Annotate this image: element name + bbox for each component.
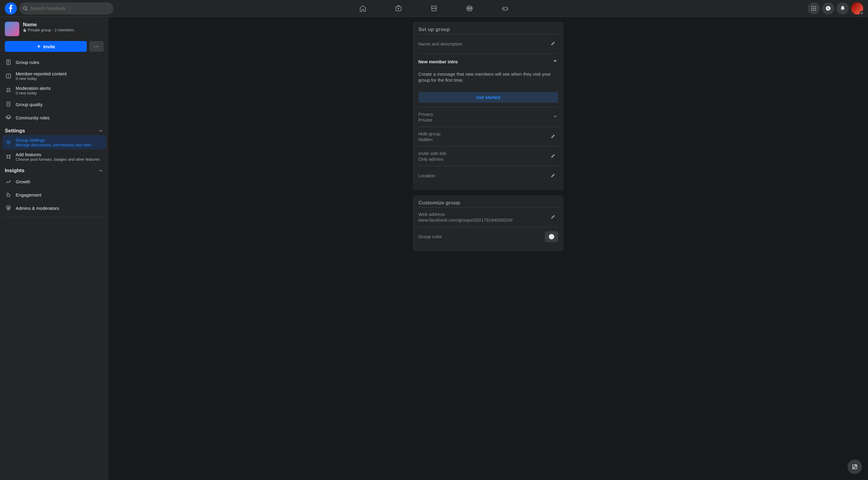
sidebar-item-community-roles[interactable]: Community roles — [2, 111, 106, 124]
svg-point-24 — [8, 90, 9, 91]
sidebar-item-group-settings[interactable]: Group settingsManage discussions, permis… — [2, 135, 106, 150]
setting-name-description[interactable]: Name and description — [418, 34, 558, 53]
setting-hide-group[interactable]: Hide group Hidden — [418, 127, 558, 146]
video-icon — [395, 5, 402, 12]
svg-point-1 — [24, 7, 27, 10]
edit-hide-group-button[interactable] — [547, 131, 558, 142]
lock-icon — [23, 28, 27, 32]
group-meta: Private group · 2 members — [23, 28, 74, 32]
svg-point-9 — [506, 8, 507, 9]
setup-title: Set up group — [418, 27, 558, 33]
account-avatar[interactable] — [851, 2, 863, 14]
more-actions-button[interactable]: ⋯ — [89, 41, 104, 52]
gear-icon — [5, 139, 12, 146]
messenger-icon — [825, 5, 831, 11]
nav-home[interactable] — [346, 0, 379, 17]
sidebar-item-moderation-alerts[interactable]: Moderation alerts0 new today — [2, 83, 106, 98]
svg-rect-20 — [24, 30, 26, 32]
svg-point-7 — [471, 7, 472, 8]
group-header[interactable]: Name Private group · 2 members — [2, 22, 106, 41]
notifications-button[interactable] — [837, 2, 849, 14]
rules-icon — [5, 59, 12, 66]
compose-icon — [852, 464, 858, 470]
svg-point-29 — [9, 157, 10, 158]
divider — [2, 217, 106, 217]
customize-title: Customize group — [418, 200, 558, 206]
insights-section-header[interactable]: Insights — [2, 164, 106, 175]
svg-point-16 — [815, 8, 816, 9]
caret-down-icon — [860, 11, 864, 15]
chevron-up-icon — [98, 168, 104, 174]
nav-video[interactable] — [382, 0, 415, 17]
settings-section-header[interactable]: Settings — [2, 124, 106, 135]
svg-point-15 — [813, 8, 814, 9]
svg-line-2 — [26, 9, 27, 10]
sidebar-item-group-quality[interactable]: Group quality — [2, 98, 106, 111]
svg-rect-8 — [502, 7, 508, 10]
nav-groups[interactable] — [453, 0, 486, 17]
top-navigation — [0, 0, 868, 17]
sidebar-item-group-rules[interactable]: Group rules — [2, 56, 106, 69]
search-icon — [23, 6, 28, 11]
invite-button[interactable]: Invite — [5, 41, 87, 52]
edit-web-address-button[interactable] — [547, 212, 558, 222]
sidebar-item-member-reported[interactable]: Member-reported content0 new today — [2, 69, 106, 83]
ellipsis-icon: ⋯ — [94, 43, 99, 50]
setting-group-color[interactable]: Group color — [418, 227, 558, 246]
chevron-down-icon[interactable] — [552, 113, 558, 121]
svg-point-14 — [812, 8, 812, 9]
svg-point-5 — [469, 7, 470, 8]
setting-privacy[interactable]: Privacy Private — [418, 107, 558, 127]
group-thumbnail — [5, 22, 19, 36]
home-icon — [359, 5, 367, 12]
setting-invite-with-link[interactable]: Invite with link Only admins — [418, 146, 558, 166]
search-input[interactable] — [30, 6, 110, 11]
nav-marketplace[interactable] — [417, 0, 451, 17]
svg-point-11 — [812, 6, 812, 7]
growth-icon — [5, 178, 12, 185]
group-color-swatch[interactable] — [545, 231, 558, 242]
alerts-icon — [5, 87, 12, 94]
svg-point-12 — [813, 6, 814, 7]
svg-point-26 — [7, 142, 9, 143]
facebook-logo[interactable] — [5, 2, 17, 14]
customize-group-card: Customize group Web address www.facebook… — [413, 195, 564, 251]
setting-web-address[interactable]: Web address www.facebook.com/groups/3201… — [418, 207, 558, 227]
nav-gaming[interactable] — [489, 0, 522, 17]
svg-point-10 — [507, 9, 507, 9]
edit-invite-link-button[interactable] — [547, 151, 558, 161]
setup-group-card: Set up group Name and description New me… — [413, 22, 564, 190]
compose-button[interactable] — [847, 459, 862, 474]
messenger-button[interactable] — [822, 2, 834, 14]
sidebar: Name Private group · 2 members Invite ⋯ … — [0, 17, 108, 480]
pencil-icon — [550, 214, 556, 220]
edit-name-description-button[interactable] — [547, 38, 558, 49]
groups-icon — [466, 5, 473, 12]
setting-location[interactable]: Location — [418, 166, 558, 185]
sidebar-item-growth[interactable]: Growth — [2, 175, 106, 188]
svg-point-23 — [8, 77, 9, 78]
edit-location-button[interactable] — [547, 170, 558, 181]
chevron-up-icon — [98, 128, 104, 134]
sidebar-item-engagement[interactable]: Engagement — [2, 188, 106, 202]
menu-button[interactable] — [808, 2, 820, 14]
group-name: Name — [23, 22, 74, 28]
plus-icon — [36, 44, 41, 49]
pencil-icon — [550, 173, 556, 179]
get-started-button[interactable]: Get started — [418, 92, 558, 103]
pencil-icon — [550, 133, 556, 140]
svg-point-13 — [815, 6, 816, 7]
main-content: Set up group Name and description New me… — [108, 17, 868, 480]
svg-point-19 — [815, 10, 816, 10]
bell-icon — [840, 5, 846, 11]
search-input-wrapper[interactable] — [19, 2, 113, 14]
color-dot — [549, 234, 554, 239]
setting-new-member-intro[interactable]: New member intro Create a message that n… — [418, 53, 558, 107]
marketplace-icon — [430, 5, 438, 12]
sidebar-item-add-features[interactable]: Add featuresChoose post formats, badges … — [2, 150, 106, 164]
svg-rect-25 — [7, 102, 10, 106]
sidebar-item-admins-moderators[interactable]: Admins & moderators — [2, 202, 106, 215]
chevron-up-icon[interactable] — [552, 58, 558, 65]
svg-point-17 — [812, 10, 812, 10]
svg-point-27 — [7, 155, 8, 156]
